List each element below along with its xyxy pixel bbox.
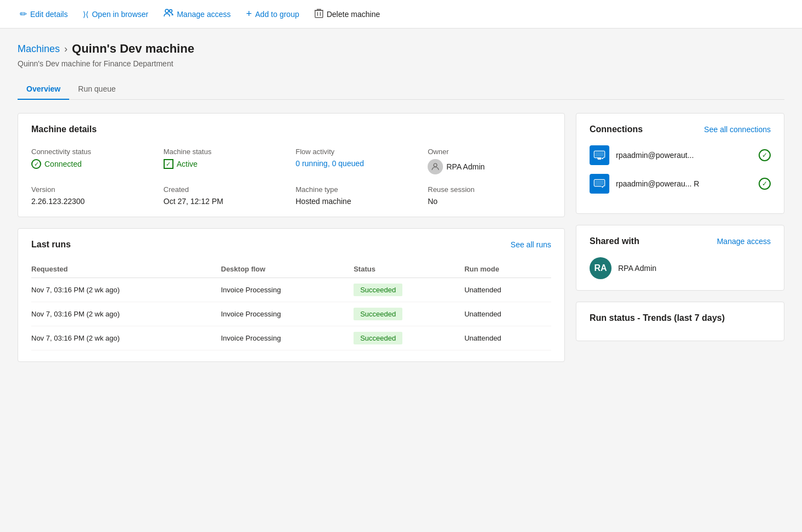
shared-with-card: Shared with Manage access RA RPA Admin <box>576 225 784 291</box>
cell-flow-1: Invoice Processing <box>221 302 354 326</box>
connection-item-0: rpaadmin@poweraut... ✓ <box>590 145 771 165</box>
main-content: Machines › Quinn's Dev machine Quinn's D… <box>0 29 802 532</box>
open-in-browser-label: Open in browser <box>92 10 148 19</box>
edit-details-button[interactable]: ✏ Edit details <box>13 5 74 22</box>
created-label: Created <box>164 185 287 194</box>
connection-name-1: rpaadmin@powerau... R <box>616 179 752 188</box>
edit-details-label: Edit details <box>30 10 68 19</box>
toolbar: ✏ Edit details ⟩⟨ Open in browser Manage… <box>0 0 802 29</box>
cell-requested-2: Nov 7, 03:16 PM (2 wk ago) <box>31 326 221 350</box>
open-browser-icon: ⟩⟨ <box>83 10 88 19</box>
svg-point-0 <box>165 9 169 13</box>
run-status-trends-card: Run status - Trends (last 7 days) <box>576 302 784 341</box>
manage-access-icon <box>164 9 173 20</box>
svg-point-1 <box>170 9 172 12</box>
runs-table: Requested Desktop flow Status Run mode N… <box>31 261 551 350</box>
breadcrumb-current: Quinn's Dev machine <box>72 42 194 56</box>
tab-run-queue[interactable]: Run queue <box>69 79 125 100</box>
reuse-session-value: No <box>428 197 551 206</box>
owner-item: Owner RPA Admin <box>428 148 551 174</box>
last-runs-header: Last runs See all runs <box>31 240 551 250</box>
trends-title: Run status - Trends (last 7 days) <box>590 313 771 323</box>
machine-details-card: Machine details Connectivity status ✓ Co… <box>18 113 565 217</box>
owner-avatar <box>428 159 443 174</box>
check-square-icon: ✓ <box>164 159 173 169</box>
delete-icon <box>315 8 323 20</box>
svg-rect-10 <box>595 152 604 157</box>
see-all-connections-link[interactable]: See all connections <box>704 125 771 134</box>
breadcrumb-parent[interactable]: Machines <box>18 43 60 55</box>
machine-status-label: Machine status <box>164 148 287 156</box>
reuse-session-label: Reuse session <box>428 185 551 194</box>
content-grid: Machine details Connectivity status ✓ Co… <box>18 113 784 362</box>
cell-mode-2: Unattended <box>464 326 551 350</box>
delete-machine-label: Delete machine <box>327 10 380 19</box>
created-value: Oct 27, 12:12 PM <box>164 197 287 206</box>
version-item: Version 2.26.123.22300 <box>31 185 155 206</box>
add-to-group-icon: + <box>246 8 252 20</box>
connectivity-label: Connectivity status <box>31 148 155 156</box>
see-all-runs-link[interactable]: See all runs <box>511 240 551 249</box>
connections-card: Connections See all connections rpaadmin… <box>576 113 784 214</box>
reuse-session-item: Reuse session No <box>428 185 551 206</box>
manage-access-button[interactable]: Manage access <box>157 5 237 23</box>
runs-table-body: Nov 7, 03:16 PM (2 wk ago) Invoice Proce… <box>31 278 551 350</box>
machine-status-item: Machine status ✓ Active <box>164 148 287 174</box>
col-requested: Requested <box>31 261 221 278</box>
add-to-group-label: Add to group <box>255 10 299 19</box>
shared-user-item: RA RPA Admin <box>590 257 771 279</box>
connection-item-1: rpaadmin@powerau... R ✓ <box>590 174 771 194</box>
cell-mode-1: Unattended <box>464 302 551 326</box>
table-row: Nov 7, 03:16 PM (2 wk ago) Invoice Proce… <box>31 302 551 326</box>
breadcrumb-separator: › <box>64 43 68 55</box>
manage-access-link[interactable]: Manage access <box>717 237 771 246</box>
user-avatar: RA <box>590 257 612 279</box>
version-value: 2.26.123.22300 <box>31 197 155 206</box>
tabs: Overview Run queue <box>18 79 784 100</box>
svg-rect-14 <box>595 180 604 185</box>
cell-flow-0: Invoice Processing <box>221 278 354 302</box>
created-item: Created Oct 27, 12:12 PM <box>164 185 287 206</box>
col-status: Status <box>354 261 464 278</box>
user-name: RPA Admin <box>618 264 657 273</box>
connection-status-icon-0: ✓ <box>759 149 771 161</box>
connection-icon-1 <box>590 174 609 194</box>
owner-value: RPA Admin <box>428 159 551 174</box>
connection-status-icon-1: ✓ <box>759 178 771 190</box>
version-label: Version <box>31 185 155 194</box>
cell-status-1: Succeeded <box>354 302 464 326</box>
machine-status-value: ✓ Active <box>164 159 287 169</box>
shared-with-title: Shared with <box>590 236 640 246</box>
connections-header: Connections See all connections <box>590 124 771 134</box>
cell-status-0: Succeeded <box>354 278 464 302</box>
edit-icon: ✏ <box>20 9 27 19</box>
add-to-group-button[interactable]: + Add to group <box>239 5 306 23</box>
col-run-mode: Run mode <box>464 261 551 278</box>
col-desktop-flow: Desktop flow <box>221 261 354 278</box>
machine-details-title: Machine details <box>31 124 551 134</box>
delete-machine-button[interactable]: Delete machine <box>308 5 386 24</box>
tab-overview[interactable]: Overview <box>18 79 69 100</box>
flow-activity-item: Flow activity 0 running, 0 queued <box>296 148 419 174</box>
machine-type-item: Machine type Hosted machine <box>296 185 419 206</box>
shared-with-header: Shared with Manage access <box>590 236 771 246</box>
manage-access-label: Manage access <box>177 10 231 19</box>
last-runs-title: Last runs <box>31 240 71 250</box>
cell-requested-1: Nov 7, 03:16 PM (2 wk ago) <box>31 302 221 326</box>
runs-table-header: Requested Desktop flow Status Run mode <box>31 261 551 278</box>
cell-status-2: Succeeded <box>354 326 464 350</box>
connection-icon-0 <box>590 145 609 165</box>
machine-details-grid: Connectivity status ✓ Connected Machine … <box>31 148 551 206</box>
connections-title: Connections <box>590 124 643 134</box>
check-circle-icon: ✓ <box>31 159 41 169</box>
owner-label: Owner <box>428 148 551 156</box>
cell-flow-2: Invoice Processing <box>221 326 354 350</box>
open-in-browser-button[interactable]: ⟩⟨ Open in browser <box>76 7 155 22</box>
connection-name-0: rpaadmin@poweraut... <box>616 151 752 160</box>
svg-point-7 <box>434 163 437 167</box>
cell-mode-0: Unattended <box>464 278 551 302</box>
table-row: Nov 7, 03:16 PM (2 wk ago) Invoice Proce… <box>31 278 551 302</box>
last-runs-card: Last runs See all runs Requested Desktop… <box>18 228 565 362</box>
machine-type-value: Hosted machine <box>296 197 419 206</box>
connectivity-value: ✓ Connected <box>31 159 155 169</box>
